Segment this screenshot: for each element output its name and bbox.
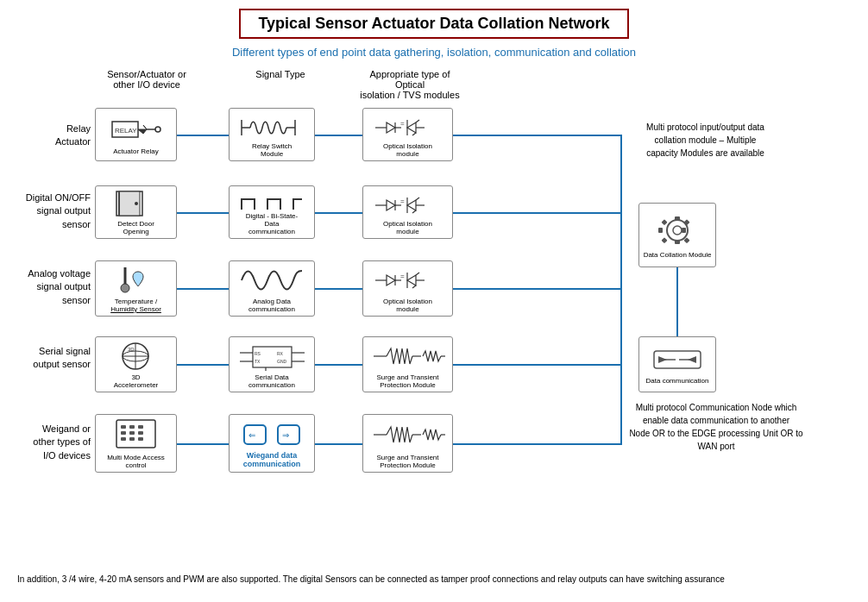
svg-rect-88 bbox=[661, 237, 667, 243]
hline-digital-1 bbox=[177, 212, 229, 214]
temp-humidity-label: Temperature /Humidity Sensor bbox=[110, 298, 161, 313]
svg-marker-2 bbox=[138, 125, 147, 134]
hline-digital-2 bbox=[315, 212, 362, 214]
svg-marker-10 bbox=[387, 122, 395, 133]
subtitle: Different types of end point data gather… bbox=[9, 46, 859, 59]
row-label-relay: RelayActuator bbox=[9, 122, 91, 149]
relay-icon: RELAY bbox=[110, 115, 162, 145]
svg-point-22 bbox=[135, 202, 138, 205]
serial-protection-box: Surge and TransientProtection Module bbox=[362, 336, 453, 392]
diagram: Sensor/Actuator orother I/O device Signa… bbox=[9, 69, 859, 569]
serial-signal-box: RS TX RX GND Serial Datacommunication bbox=[229, 336, 315, 392]
svg-rect-71 bbox=[129, 437, 135, 441]
svg-text:⇐: ⇐ bbox=[248, 430, 255, 440]
title-box: Typical Sensor Actuator Data Collation N… bbox=[239, 9, 628, 39]
svg-text:3D: 3D bbox=[128, 347, 135, 352]
relay-switch-icon bbox=[237, 111, 306, 140]
serial-sensor-box: 3D 3DAccelerometer bbox=[95, 336, 177, 392]
footer-text: In addition, 3 /4 wire, 4-20 mA sensors … bbox=[9, 573, 859, 586]
hline-relay-2 bbox=[315, 135, 362, 136]
access-control-label: Multi Mode Accesscontrol bbox=[107, 454, 165, 469]
svg-rect-70 bbox=[121, 437, 126, 441]
svg-point-34 bbox=[121, 284, 129, 292]
hline-analog-2 bbox=[315, 288, 362, 290]
optical-isolation-icon-2: = bbox=[371, 189, 444, 217]
page-title: Typical Sensor Actuator Data Collation N… bbox=[258, 15, 609, 32]
svg-text:RS: RS bbox=[255, 351, 261, 356]
svg-rect-67 bbox=[121, 431, 126, 435]
serial-protection-label: Surge and TransientProtection Module bbox=[376, 373, 438, 389]
vline-module-to-comm bbox=[676, 267, 678, 336]
col-header-3: Appropriate type of Opticalisolation / T… bbox=[354, 69, 466, 100]
optical-isolation-icon-3: = bbox=[371, 264, 444, 295]
svg-text:GND: GND bbox=[277, 359, 287, 364]
data-collation-icon bbox=[654, 212, 701, 248]
accelerometer-icon: 3D bbox=[112, 340, 160, 371]
relay-signal-box: Relay SwitchModule bbox=[229, 108, 315, 161]
serial-signal-icon: RS TX RX GND bbox=[236, 340, 309, 371]
wiegand-signal-icon: ⇐ ⇒ bbox=[237, 418, 306, 451]
surge-protection-icon-1 bbox=[369, 340, 447, 371]
svg-rect-82 bbox=[675, 216, 680, 221]
analog-signal-icon bbox=[237, 264, 306, 295]
optical-isolation-icon-1: = bbox=[371, 111, 444, 140]
analog-signal-box: Analog Datacommunication bbox=[229, 260, 315, 317]
row-label-digital: Digital ON/OFFsignal outputsensor bbox=[9, 191, 91, 231]
analog-optical-label: Optical Isolationmodule bbox=[383, 298, 432, 313]
svg-rect-64 bbox=[121, 425, 126, 429]
relay-signal-label: Relay SwitchModule bbox=[252, 142, 292, 158]
col-header-2: Signal Type bbox=[233, 69, 328, 79]
hline-serial-2 bbox=[315, 364, 362, 366]
svg-rect-66 bbox=[138, 425, 143, 429]
svg-rect-65 bbox=[129, 425, 135, 429]
weigand-sensor-box: Multi Mode Accesscontrol bbox=[95, 414, 177, 473]
digital-signal-icon bbox=[237, 189, 306, 210]
vline-right bbox=[620, 135, 622, 445]
svg-text:TX: TX bbox=[255, 359, 261, 364]
surge-protection-icon-2 bbox=[369, 418, 447, 451]
hline-analog-1 bbox=[177, 288, 229, 290]
svg-text:RELAY: RELAY bbox=[115, 127, 137, 135]
svg-marker-36 bbox=[387, 275, 395, 285]
weigand-protection-box: Surge and TransientProtection Module bbox=[362, 414, 453, 473]
module-desc-text: Multi protocol input/output datacollatio… bbox=[626, 121, 785, 160]
svg-line-42 bbox=[412, 285, 416, 288]
svg-rect-87 bbox=[683, 219, 689, 225]
hline-relay-1 bbox=[177, 135, 229, 136]
data-collation-module-box: Data Collation Module bbox=[638, 203, 716, 267]
data-collation-module-label: Data Collation Module bbox=[644, 251, 712, 259]
hline-weigand-2 bbox=[315, 443, 362, 445]
svg-marker-14 bbox=[407, 122, 416, 133]
weigand-signal-box: ⇐ ⇒ Wiegand datacommunication bbox=[229, 414, 315, 473]
hline-serial-3 bbox=[453, 364, 621, 366]
hline-relay-3 bbox=[453, 135, 621, 136]
digital-signal-label: Digital - Bi-State-Datacommunication bbox=[246, 212, 298, 235]
svg-text:RX: RX bbox=[277, 351, 284, 356]
svg-rect-85 bbox=[682, 228, 686, 233]
svg-line-15 bbox=[416, 120, 419, 122]
wiegand-signal-label-colored: Wiegand datacommunication bbox=[243, 451, 301, 468]
svg-marker-24 bbox=[387, 200, 395, 210]
data-comm-icon bbox=[651, 344, 703, 374]
data-comm-label: Data communication bbox=[646, 377, 709, 385]
analog-signal-label: Analog Datacommunication bbox=[248, 298, 295, 313]
relay-label: Actuator Relay bbox=[113, 147, 158, 155]
hline-digital-3 bbox=[453, 212, 621, 214]
digital-optical-box: = Optical Isolationmodule bbox=[362, 185, 453, 239]
relay-optical-box: = Optical Isolationmodule bbox=[362, 108, 453, 161]
svg-line-30 bbox=[412, 210, 416, 213]
digital-signal-box: Digital - Bi-State-Datacommunication bbox=[229, 185, 315, 239]
data-communication-box: Data communication bbox=[638, 336, 716, 392]
row-label-weigand: Weigand orother types ofI/O devices bbox=[9, 423, 91, 462]
svg-rect-69 bbox=[138, 431, 143, 435]
svg-line-41 bbox=[416, 273, 419, 275]
svg-rect-68 bbox=[129, 431, 135, 435]
temp-humidity-icon bbox=[112, 265, 160, 295]
svg-point-81 bbox=[673, 226, 682, 235]
svg-marker-28 bbox=[407, 200, 416, 210]
svg-rect-72 bbox=[138, 437, 143, 441]
serial-signal-label: Serial Datacommunication bbox=[248, 373, 295, 389]
svg-rect-83 bbox=[675, 240, 680, 244]
hline-weigand-1 bbox=[177, 443, 229, 445]
analog-optical-box: = Optical Isolationmodule bbox=[362, 260, 453, 317]
